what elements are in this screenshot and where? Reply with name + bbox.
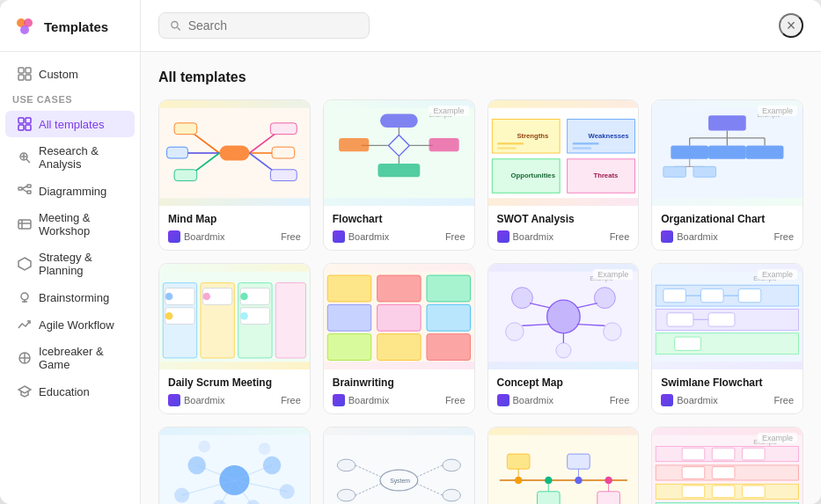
sidebar-item-icebreaker-game[interactable]: Icebreaker & Game <box>5 339 135 377</box>
svg-rect-187 <box>743 448 766 460</box>
sidebar-item-brainstorming[interactable]: Brainstorming <box>5 284 135 310</box>
sidebar: Templates Custom Use cases All templates… <box>0 0 141 504</box>
svg-rect-49 <box>380 114 418 128</box>
sidebar-item-meeting-workshop[interactable]: Meeting & Workshop <box>5 205 135 244</box>
svg-rect-5 <box>18 75 24 80</box>
svg-point-116 <box>505 323 523 340</box>
svg-rect-84 <box>663 166 686 177</box>
example-label-swimlane: Example <box>758 269 797 280</box>
nav-icon-brainstorming <box>18 290 32 304</box>
price-badge-org-chart: Free <box>773 231 794 242</box>
example-label-org-chart: Example <box>758 106 797 116</box>
card-meta-org-chart: Boardmix Free <box>661 230 794 243</box>
card-meta-daily-scrum: Boardmix Free <box>168 394 301 406</box>
svg-point-143 <box>280 484 295 499</box>
svg-rect-134 <box>667 313 693 326</box>
search-input[interactable] <box>188 18 358 33</box>
price-badge-brainwriting: Free <box>445 395 465 405</box>
svg-point-31 <box>172 21 178 27</box>
nav-icon-meeting-workshop <box>18 217 32 231</box>
svg-point-147 <box>259 442 271 455</box>
nav-label-all-templates: All templates <box>39 118 104 131</box>
nav-icon-research-analysis <box>18 150 32 164</box>
svg-point-118 <box>555 343 570 358</box>
card-info-org-chart: Organizational Chart Boardmix Free <box>652 206 803 250</box>
svg-marker-30 <box>18 386 31 393</box>
svg-rect-106 <box>377 304 421 331</box>
template-card-mind-map[interactable]: Mind Map Boardmix Free <box>158 99 311 251</box>
provider-badge-flowchart: Boardmix <box>333 230 389 243</box>
svg-point-2 <box>20 26 29 34</box>
template-card-timeline[interactable]: Timeline Boardmix Free <box>487 427 640 504</box>
main-content-area: × All templates Mind Map <box>141 0 821 504</box>
svg-rect-81 <box>746 145 784 158</box>
nav-label-strategy-planning: Strategy & Planning <box>39 251 122 277</box>
template-card-journey-map[interactable]: Example Example Customer Journey Map Boa… <box>651 427 803 504</box>
sidebar-header: Templates <box>0 14 140 52</box>
template-card-swot-analysis[interactable]: Strengths Weaknesses Opportunities Threa… <box>487 99 640 251</box>
price-badge-swot-analysis: Free <box>610 231 630 242</box>
svg-rect-15 <box>18 187 22 190</box>
sidebar-item-diagramming[interactable]: Diagramming <box>5 178 135 204</box>
provider-badge-concept-map: Boardmix <box>497 394 553 406</box>
template-card-daily-scrum[interactable]: Daily Scrum Meeting Boardmix Free <box>158 263 311 414</box>
sidebar-item-all-templates[interactable]: All templates <box>5 111 135 137</box>
template-card-uml-diagram[interactable]: System UML Use Case Diagram Boardmix Fre… <box>323 427 475 504</box>
svg-point-98 <box>203 293 211 301</box>
nav-icon-education <box>18 384 32 398</box>
boardmix-logo-icon-mind-map <box>168 230 180 243</box>
close-button[interactable]: × <box>779 13 803 38</box>
sidebar-item-research-analysis[interactable]: Research & Analysis <box>5 138 135 177</box>
provider-badge-mind-map: Boardmix <box>168 230 224 243</box>
svg-line-18 <box>22 186 27 189</box>
nav-icon-strategy-planning <box>18 257 32 271</box>
svg-rect-80 <box>708 145 746 158</box>
sidebar-item-strategy-planning[interactable]: Strategy & Planning <box>5 245 135 283</box>
template-card-flowchart[interactable]: Example Example Flowchart Boardmix Free <box>323 99 475 251</box>
svg-text:Weaknesses: Weaknesses <box>588 132 628 140</box>
svg-rect-57 <box>429 138 458 151</box>
svg-rect-103 <box>377 275 421 302</box>
template-card-brainwriting[interactable]: Brainwriting Boardmix Free <box>323 263 475 414</box>
card-info-daily-scrum: Daily Scrum Meeting Boardmix Free <box>159 369 310 413</box>
card-name-flowchart: Flowchart <box>333 213 465 225</box>
template-card-concept-map[interactable]: Example Example Concept Map Boardmix Fre… <box>487 263 640 414</box>
svg-rect-3 <box>18 68 24 73</box>
sidebar-item-agile-workflow[interactable]: Agile Workflow <box>5 311 135 338</box>
nav-label-brainstorming: Brainstorming <box>39 291 109 304</box>
svg-rect-191 <box>713 486 736 498</box>
provider-name-daily-scrum: Boardmix <box>184 395 224 405</box>
provider-name-org-chart: Boardmix <box>677 231 717 242</box>
templates-scroll-area[interactable]: All templates Mind Map <box>141 52 821 504</box>
svg-rect-190 <box>682 486 705 498</box>
svg-rect-108 <box>327 334 371 361</box>
template-card-swimlane[interactable]: Example Example Swimlane Flowchart Board… <box>651 263 803 414</box>
templates-grid: Mind Map Boardmix Free Example E <box>158 99 803 504</box>
svg-line-19 <box>22 189 27 193</box>
price-badge-flowchart: Free <box>445 231 465 242</box>
svg-rect-16 <box>27 185 31 187</box>
svg-text:System: System <box>390 478 410 485</box>
svg-rect-105 <box>327 304 371 331</box>
card-name-daily-scrum: Daily Scrum Meeting <box>168 376 301 389</box>
boardmix-logo-icon-daily-scrum <box>168 394 180 406</box>
sidebar-item-education[interactable]: Education <box>5 378 135 405</box>
card-name-brainwriting: Brainwriting <box>333 376 465 389</box>
template-card-bubble-map[interactable]: Bubble Map - Coffee Beans Boardmix Free <box>158 427 311 504</box>
svg-text:Strengths: Strengths <box>517 132 548 140</box>
main-header: × <box>141 0 821 52</box>
provider-name-swimlane: Boardmix <box>677 395 717 405</box>
nav-items-list: All templatesResearch & AnalysisDiagramm… <box>0 110 140 405</box>
card-name-concept-map: Concept Map <box>497 376 630 389</box>
svg-rect-45 <box>272 147 295 158</box>
svg-point-100 <box>240 312 248 320</box>
nav-label-icebreaker-game: Icebreaker & Game <box>39 345 122 371</box>
provider-badge-swot-analysis: Boardmix <box>497 230 553 243</box>
custom-nav-item[interactable]: Custom <box>5 61 135 87</box>
provider-badge-daily-scrum: Boardmix <box>168 394 224 406</box>
card-meta-concept-map: Boardmix Free <box>497 394 630 406</box>
template-card-org-chart[interactable]: Example Example Organizational Chart Boa… <box>651 99 803 251</box>
search-box[interactable] <box>158 12 370 39</box>
svg-rect-109 <box>377 334 421 361</box>
svg-point-158 <box>443 459 460 471</box>
